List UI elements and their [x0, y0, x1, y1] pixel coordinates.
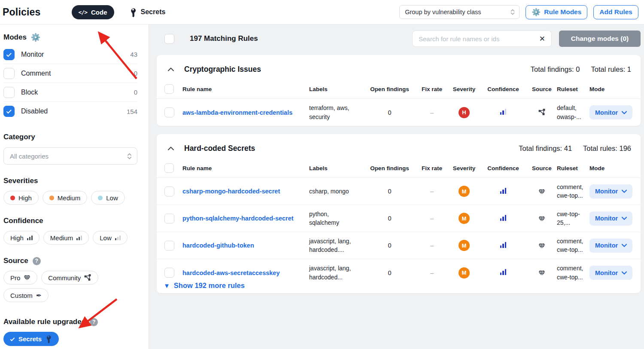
- source-filter-custom[interactable]: Custom ✒︎: [3, 288, 49, 302]
- mode-value: Monitor: [595, 188, 618, 195]
- medium-severity-dot-icon: [49, 196, 54, 200]
- group-by-select[interactable]: Group by vulnerability class: [399, 5, 519, 19]
- severity-medium-badge: M: [459, 186, 470, 197]
- change-modes-button[interactable]: Change modes (0): [559, 31, 641, 47]
- collapse-group-button[interactable]: [166, 145, 176, 152]
- source-title-text: Source: [3, 257, 28, 265]
- confidence-filter-medium[interactable]: Medium: [43, 231, 89, 245]
- low-severity-dot-icon: [98, 196, 103, 200]
- confidence-bars-icon: [500, 215, 507, 221]
- checkbox-unchecked[interactable]: [3, 68, 15, 79]
- chevron-down-icon: [622, 217, 627, 220]
- mode-dropdown[interactable]: Monitor: [589, 266, 632, 280]
- mode-count: 43: [130, 51, 137, 58]
- mode-filter-disabled[interactable]: Disabled 154: [3, 102, 137, 121]
- confidence-filter-low[interactable]: Low: [93, 231, 128, 245]
- severity-medium-badge: M: [459, 213, 470, 224]
- select-all-checkbox[interactable]: [164, 34, 174, 44]
- mode-dropdown[interactable]: Monitor: [589, 239, 632, 253]
- row-checkbox[interactable]: [164, 214, 174, 223]
- category-select[interactable]: All categories: [3, 147, 137, 165]
- total-findings: Total findings: 41: [519, 144, 572, 153]
- updown-chevron-icon: [510, 9, 515, 15]
- rule-modes-button[interactable]: ⚙️ Rule Modes: [526, 5, 587, 19]
- row-checkbox[interactable]: [164, 107, 174, 117]
- mode-label: Comment: [21, 70, 51, 77]
- row-checkbox[interactable]: [164, 268, 174, 278]
- mode-label: Disabled: [21, 107, 48, 115]
- pill-label: Pro: [10, 274, 20, 282]
- col-rule-name: Rule name: [182, 165, 309, 171]
- pill-label: Low: [106, 194, 118, 202]
- page-title: Policies: [3, 6, 41, 18]
- collapse-group-button[interactable]: [166, 66, 176, 73]
- mode-filter-block[interactable]: Block 0: [3, 83, 137, 102]
- col-open-findings: Open findings: [370, 165, 409, 171]
- source-section-title: Source ?: [3, 257, 137, 265]
- tab-secrets[interactable]: Secrets: [130, 8, 166, 16]
- pill-label: Community: [48, 274, 81, 282]
- source-filter-community[interactable]: Community: [41, 271, 98, 285]
- code-icon: </>: [79, 9, 87, 15]
- mode-label: Monitor: [21, 51, 44, 58]
- col-source: Source: [532, 165, 552, 171]
- mode-dropdown[interactable]: Monitor: [589, 105, 632, 119]
- rows-container: csharp-mongo-hardcoded-secret csharp, mo…: [157, 178, 641, 281]
- open-findings-value: 0: [388, 188, 391, 195]
- select-group-checkbox[interactable]: [164, 84, 174, 94]
- help-icon[interactable]: ?: [33, 257, 41, 265]
- filters-sidebar: Modes ⚙️ Monitor 43 Comment 0 Block 0 Di…: [0, 24, 149, 349]
- key-icon: [128, 7, 138, 17]
- tab-secrets-label: Secrets: [141, 8, 166, 16]
- ruleset-value: comment, cwe-top...: [557, 237, 589, 254]
- rule-name-link[interactable]: csharp-mongo-hardcoded-secret: [182, 188, 309, 195]
- diamond-icon: [538, 269, 545, 276]
- checkbox-checked[interactable]: [3, 49, 15, 60]
- confidence-filter-high[interactable]: High: [3, 231, 39, 245]
- ruleset-value: comment, cwe-top...: [557, 264, 589, 281]
- source-filter-pro[interactable]: Pro: [3, 271, 37, 285]
- checkbox-unchecked[interactable]: [3, 87, 15, 98]
- category-placeholder: All categories: [10, 153, 127, 160]
- tab-code[interactable]: </> Code: [72, 5, 114, 19]
- rule-name-link[interactable]: hardcoded-aws-secretaccesskey: [182, 269, 309, 276]
- table-row: python-sqlalchemy-hardcoded-secret pytho…: [157, 205, 641, 232]
- severity-filter-high[interactable]: High: [3, 191, 39, 205]
- help-icon[interactable]: ?: [90, 318, 98, 326]
- rule-group-cryptographic-issues: Cryptographic Issues Total findings: 0 T…: [157, 55, 641, 126]
- gear-icon[interactable]: ⚙️: [31, 34, 40, 41]
- severity-filter-low[interactable]: Low: [91, 191, 125, 205]
- fix-rate-value: –: [430, 242, 434, 249]
- modes-title-text: Modes: [3, 33, 27, 42]
- severity-filter-medium[interactable]: Medium: [43, 191, 87, 205]
- select-group-checkbox[interactable]: [164, 163, 174, 173]
- rule-name-link[interactable]: python-sqlalchemy-hardcoded-secret: [182, 215, 309, 222]
- pill-label: Low: [100, 234, 112, 242]
- rule-name-link[interactable]: aws-lambda-environment-credentials: [182, 109, 309, 116]
- mode-dropdown[interactable]: Monitor: [589, 211, 632, 226]
- secrets-upgrade-button[interactable]: Secrets: [3, 332, 59, 346]
- mode-filter-monitor[interactable]: Monitor 43: [3, 45, 137, 64]
- modes-section-title: Modes ⚙️: [3, 33, 137, 42]
- row-checkbox[interactable]: [164, 241, 174, 251]
- add-rules-button[interactable]: Add Rules: [593, 5, 638, 19]
- rule-name-link[interactable]: hardcoded-github-token: [182, 242, 309, 249]
- mode-filter-comment[interactable]: Comment 0: [3, 64, 137, 83]
- high-severity-dot-icon: [10, 196, 15, 200]
- fix-rate-value: –: [430, 109, 434, 116]
- add-rules-label: Add Rules: [599, 8, 632, 16]
- network-icon: [538, 109, 546, 116]
- col-labels: Labels: [309, 86, 364, 92]
- rule-labels: csharp, mongo: [309, 187, 364, 196]
- checkbox-checked[interactable]: [3, 106, 15, 117]
- show-more-rules-button[interactable]: ▼ Show 192 more rules: [157, 281, 252, 293]
- row-checkbox[interactable]: [164, 187, 174, 196]
- group-by-value: Group by vulnerability class: [405, 9, 510, 15]
- clear-search-icon[interactable]: ✕: [538, 34, 546, 43]
- upgrades-section-title: Available rule upgrades ?: [3, 318, 137, 326]
- confidence-bars-icon: [115, 236, 121, 240]
- rule-search-input[interactable]: [419, 35, 538, 43]
- rule-labels: javascript, lang, hardcoded....: [309, 237, 364, 254]
- mode-dropdown[interactable]: Monitor: [589, 184, 632, 199]
- col-rule-name: Rule name: [182, 86, 309, 92]
